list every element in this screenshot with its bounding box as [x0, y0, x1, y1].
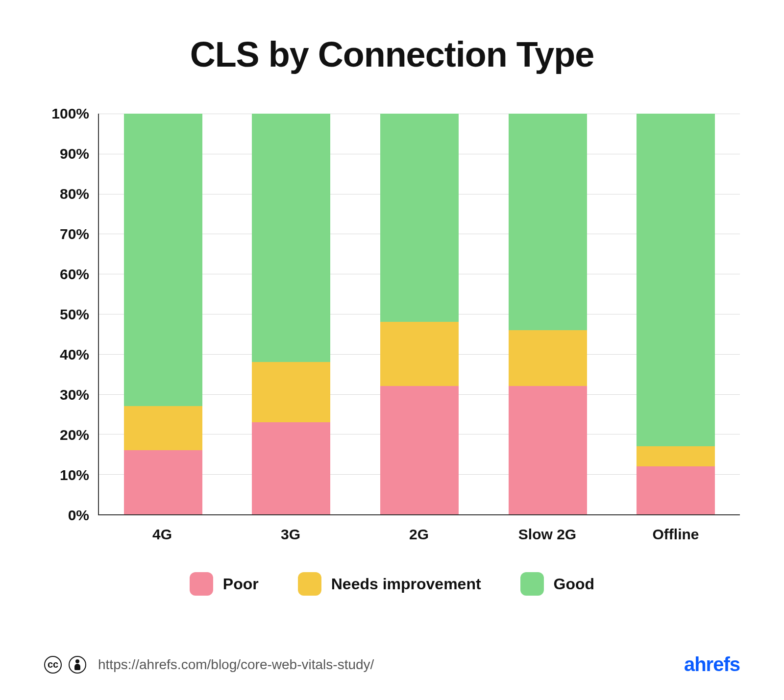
- legend-swatch-good: [520, 572, 544, 596]
- bar-segment: [380, 322, 459, 386]
- bar-segment: [252, 362, 330, 422]
- x-label: Slow 2G: [508, 526, 587, 543]
- bar-column: [124, 114, 202, 514]
- legend-label: Good: [554, 575, 595, 593]
- footer-left: cc https://ahrefs.com/blog/core-web-vita…: [44, 656, 374, 674]
- bar-segment: [509, 114, 587, 330]
- bar-segment: [380, 386, 459, 514]
- legend-swatch-needs: [298, 572, 321, 596]
- bars-container: [99, 114, 740, 514]
- x-label: 3G: [251, 526, 330, 543]
- legend: Poor Needs improvement Good: [44, 572, 740, 596]
- attribution-icon: [69, 656, 86, 674]
- bar-segment: [124, 114, 202, 406]
- legend-item-needs: Needs improvement: [298, 572, 481, 596]
- bar-column: [252, 114, 330, 514]
- legend-label: Poor: [223, 575, 259, 593]
- x-labels: 4G 3G 2G Slow 2G Offline: [98, 526, 740, 543]
- bar-segment: [252, 422, 330, 514]
- source-url: https://ahrefs.com/blog/core-web-vitals-…: [98, 657, 374, 673]
- bar-segment: [252, 114, 330, 362]
- bar-segment: [509, 330, 587, 386]
- bar-segment: [380, 114, 459, 322]
- chart-area: 100% 90% 80% 70% 60% 50% 40% 30% 20% 10%…: [44, 114, 740, 653]
- plot-body: [98, 114, 740, 515]
- bar-segment: [637, 114, 715, 446]
- bar-segment: [124, 450, 202, 514]
- bar-segment: [509, 386, 587, 514]
- legend-label: Needs improvement: [331, 575, 481, 593]
- bar-segment: [637, 466, 715, 514]
- x-label: Offline: [637, 526, 715, 543]
- bar-column: [637, 114, 715, 514]
- bar-column: [380, 114, 459, 514]
- x-label: 4G: [123, 526, 201, 543]
- plot: 100% 90% 80% 70% 60% 50% 40% 30% 20% 10%…: [44, 114, 740, 515]
- legend-item-good: Good: [520, 572, 595, 596]
- legend-item-poor: Poor: [190, 572, 259, 596]
- footer: cc https://ahrefs.com/blog/core-web-vita…: [44, 653, 740, 676]
- bar-segment: [637, 446, 715, 466]
- chart-title: CLS by Connection Type: [44, 34, 740, 74]
- bar-column: [509, 114, 587, 514]
- x-axis: 4G 3G 2G Slow 2G Offline: [98, 515, 740, 543]
- y-axis: 100% 90% 80% 70% 60% 50% 40% 30% 20% 10%…: [44, 114, 98, 515]
- bar-segment: [124, 406, 202, 450]
- legend-swatch-poor: [190, 572, 213, 596]
- creative-commons-icon: cc: [44, 656, 62, 674]
- x-label: 2G: [380, 526, 458, 543]
- brand-logo: ahrefs: [684, 653, 740, 676]
